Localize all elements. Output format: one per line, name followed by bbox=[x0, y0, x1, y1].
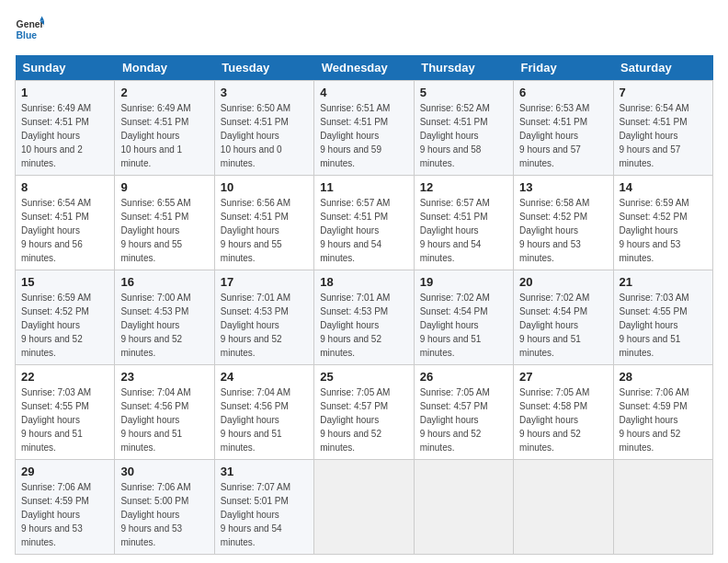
day-number: 13 bbox=[519, 180, 607, 194]
day-number: 16 bbox=[120, 275, 208, 289]
day-number: 20 bbox=[519, 275, 607, 289]
calendar-day-cell: 25Sunrise: 7:05 AMSunset: 4:57 PMDayligh… bbox=[314, 365, 414, 460]
day-number: 30 bbox=[120, 465, 208, 478]
day-number: 27 bbox=[519, 370, 607, 384]
day-info: Sunrise: 6:54 AMSunset: 4:51 PMDaylight … bbox=[620, 101, 707, 170]
calendar-day-cell: 22Sunrise: 7:03 AMSunset: 4:55 PMDayligh… bbox=[16, 365, 115, 460]
day-info: Sunrise: 7:01 AMSunset: 4:53 PMDaylight … bbox=[221, 291, 308, 360]
day-number: 12 bbox=[420, 180, 507, 194]
day-number: 14 bbox=[620, 180, 707, 194]
day-info: Sunrise: 6:59 AMSunset: 4:52 PMDaylight … bbox=[620, 196, 707, 265]
day-info: Sunrise: 7:04 AMSunset: 4:56 PMDaylight … bbox=[221, 385, 308, 454]
calendar-day-cell: 17Sunrise: 7:01 AMSunset: 4:53 PMDayligh… bbox=[214, 270, 313, 365]
calendar-day-cell: 1Sunrise: 6:49 AMSunset: 4:51 PMDaylight… bbox=[16, 81, 115, 176]
day-number: 28 bbox=[620, 370, 707, 384]
calendar-day-cell: 12Sunrise: 6:57 AMSunset: 4:51 PMDayligh… bbox=[414, 176, 513, 270]
calendar-day-cell bbox=[514, 460, 613, 555]
day-number: 5 bbox=[420, 86, 507, 99]
day-number: 3 bbox=[221, 86, 308, 99]
calendar-week-row: 15Sunrise: 6:59 AMSunset: 4:52 PMDayligh… bbox=[16, 270, 713, 365]
day-number: 29 bbox=[21, 465, 108, 478]
weekday-header-saturday: Saturday bbox=[613, 55, 712, 81]
day-info: Sunrise: 6:56 AMSunset: 4:51 PMDaylight … bbox=[221, 196, 308, 265]
day-info: Sunrise: 7:05 AMSunset: 4:57 PMDaylight … bbox=[320, 385, 407, 454]
calendar-day-cell: 31Sunrise: 7:07 AMSunset: 5:01 PMDayligh… bbox=[214, 460, 313, 555]
calendar-day-cell: 27Sunrise: 7:05 AMSunset: 4:58 PMDayligh… bbox=[514, 365, 613, 460]
calendar-day-cell: 8Sunrise: 6:54 AMSunset: 4:51 PMDaylight… bbox=[16, 176, 115, 270]
day-number: 21 bbox=[620, 275, 707, 289]
calendar-day-cell: 24Sunrise: 7:04 AMSunset: 4:56 PMDayligh… bbox=[214, 365, 313, 460]
day-info: Sunrise: 7:03 AMSunset: 4:55 PMDaylight … bbox=[620, 291, 707, 360]
calendar-day-cell: 16Sunrise: 7:00 AMSunset: 4:53 PMDayligh… bbox=[115, 270, 214, 365]
day-number: 17 bbox=[221, 275, 308, 289]
calendar-day-cell: 2Sunrise: 6:49 AMSunset: 4:51 PMDaylight… bbox=[115, 81, 214, 176]
calendar-day-cell: 4Sunrise: 6:51 AMSunset: 4:51 PMDaylight… bbox=[314, 81, 414, 176]
weekday-header-row: SundayMondayTuesdayWednesdayThursdayFrid… bbox=[16, 55, 713, 81]
svg-text:Blue: Blue bbox=[17, 30, 38, 40]
calendar-day-cell: 7Sunrise: 6:54 AMSunset: 4:51 PMDaylight… bbox=[613, 81, 712, 176]
day-info: Sunrise: 6:51 AMSunset: 4:51 PMDaylight … bbox=[320, 101, 407, 170]
calendar-table: SundayMondayTuesdayWednesdayThursdayFrid… bbox=[15, 55, 713, 555]
day-number: 6 bbox=[519, 86, 607, 99]
calendar-day-cell: 13Sunrise: 6:58 AMSunset: 4:52 PMDayligh… bbox=[514, 176, 613, 270]
calendar-day-cell: 18Sunrise: 7:01 AMSunset: 4:53 PMDayligh… bbox=[314, 270, 414, 365]
day-info: Sunrise: 7:00 AMSunset: 4:53 PMDaylight … bbox=[120, 291, 208, 360]
day-number: 7 bbox=[620, 86, 707, 99]
day-number: 2 bbox=[120, 86, 208, 99]
day-info: Sunrise: 6:55 AMSunset: 4:51 PMDaylight … bbox=[120, 196, 208, 265]
day-info: Sunrise: 7:05 AMSunset: 4:58 PMDaylight … bbox=[519, 385, 607, 454]
day-info: Sunrise: 7:05 AMSunset: 4:57 PMDaylight … bbox=[420, 385, 507, 454]
calendar-day-cell: 23Sunrise: 7:04 AMSunset: 4:56 PMDayligh… bbox=[115, 365, 214, 460]
day-info: Sunrise: 6:57 AMSunset: 4:51 PMDaylight … bbox=[320, 196, 407, 265]
day-info: Sunrise: 7:01 AMSunset: 4:53 PMDaylight … bbox=[320, 291, 407, 360]
day-number: 9 bbox=[120, 180, 208, 194]
calendar-day-cell: 26Sunrise: 7:05 AMSunset: 4:57 PMDayligh… bbox=[414, 365, 513, 460]
day-number: 24 bbox=[221, 370, 308, 384]
calendar-day-cell: 28Sunrise: 7:06 AMSunset: 4:59 PMDayligh… bbox=[613, 365, 712, 460]
calendar-day-cell: 11Sunrise: 6:57 AMSunset: 4:51 PMDayligh… bbox=[314, 176, 414, 270]
weekday-header-thursday: Thursday bbox=[414, 55, 513, 81]
calendar-week-row: 22Sunrise: 7:03 AMSunset: 4:55 PMDayligh… bbox=[16, 365, 713, 460]
weekday-header-friday: Friday bbox=[514, 55, 613, 81]
calendar-day-cell bbox=[613, 460, 712, 555]
logo-icon: General Blue bbox=[15, 15, 44, 44]
day-info: Sunrise: 7:04 AMSunset: 4:56 PMDaylight … bbox=[120, 385, 208, 454]
day-number: 8 bbox=[21, 180, 108, 194]
calendar-day-cell: 5Sunrise: 6:52 AMSunset: 4:51 PMDaylight… bbox=[414, 81, 513, 176]
day-number: 31 bbox=[221, 465, 308, 478]
weekday-header-monday: Monday bbox=[115, 55, 214, 81]
calendar-week-row: 29Sunrise: 7:06 AMSunset: 4:59 PMDayligh… bbox=[16, 460, 713, 555]
day-info: Sunrise: 6:52 AMSunset: 4:51 PMDaylight … bbox=[420, 101, 507, 170]
calendar-day-cell: 29Sunrise: 7:06 AMSunset: 4:59 PMDayligh… bbox=[16, 460, 115, 555]
calendar-day-cell: 21Sunrise: 7:03 AMSunset: 4:55 PMDayligh… bbox=[613, 270, 712, 365]
calendar-day-cell: 20Sunrise: 7:02 AMSunset: 4:54 PMDayligh… bbox=[514, 270, 613, 365]
day-info: Sunrise: 7:06 AMSunset: 5:00 PMDaylight … bbox=[120, 480, 208, 549]
day-info: Sunrise: 7:06 AMSunset: 4:59 PMDaylight … bbox=[620, 385, 707, 454]
calendar-day-cell bbox=[414, 460, 513, 555]
weekday-header-tuesday: Tuesday bbox=[214, 55, 313, 81]
day-info: Sunrise: 6:53 AMSunset: 4:51 PMDaylight … bbox=[519, 101, 607, 170]
calendar-day-cell: 3Sunrise: 6:50 AMSunset: 4:51 PMDaylight… bbox=[214, 81, 313, 176]
day-number: 15 bbox=[21, 275, 108, 289]
page-header: General Blue bbox=[15, 15, 713, 44]
calendar-day-cell: 15Sunrise: 6:59 AMSunset: 4:52 PMDayligh… bbox=[16, 270, 115, 365]
day-info: Sunrise: 7:06 AMSunset: 4:59 PMDaylight … bbox=[21, 480, 108, 549]
day-number: 19 bbox=[420, 275, 507, 289]
day-info: Sunrise: 6:54 AMSunset: 4:51 PMDaylight … bbox=[21, 196, 108, 265]
day-info: Sunrise: 6:50 AMSunset: 4:51 PMDaylight … bbox=[221, 101, 308, 170]
day-number: 26 bbox=[420, 370, 507, 384]
day-number: 25 bbox=[320, 370, 407, 384]
day-number: 4 bbox=[320, 86, 407, 99]
logo: General Blue bbox=[15, 15, 44, 44]
day-info: Sunrise: 6:59 AMSunset: 4:52 PMDaylight … bbox=[21, 291, 108, 360]
calendar-week-row: 1Sunrise: 6:49 AMSunset: 4:51 PMDaylight… bbox=[16, 81, 713, 176]
calendar-day-cell: 30Sunrise: 7:06 AMSunset: 5:00 PMDayligh… bbox=[115, 460, 214, 555]
day-number: 10 bbox=[221, 180, 308, 194]
day-info: Sunrise: 7:02 AMSunset: 4:54 PMDaylight … bbox=[420, 291, 507, 360]
calendar-day-cell: 14Sunrise: 6:59 AMSunset: 4:52 PMDayligh… bbox=[613, 176, 712, 270]
svg-marker-2 bbox=[40, 17, 44, 21]
calendar-day-cell bbox=[314, 460, 414, 555]
calendar-day-cell: 19Sunrise: 7:02 AMSunset: 4:54 PMDayligh… bbox=[414, 270, 513, 365]
svg-text:General: General bbox=[17, 19, 44, 29]
calendar-day-cell: 6Sunrise: 6:53 AMSunset: 4:51 PMDaylight… bbox=[514, 81, 613, 176]
